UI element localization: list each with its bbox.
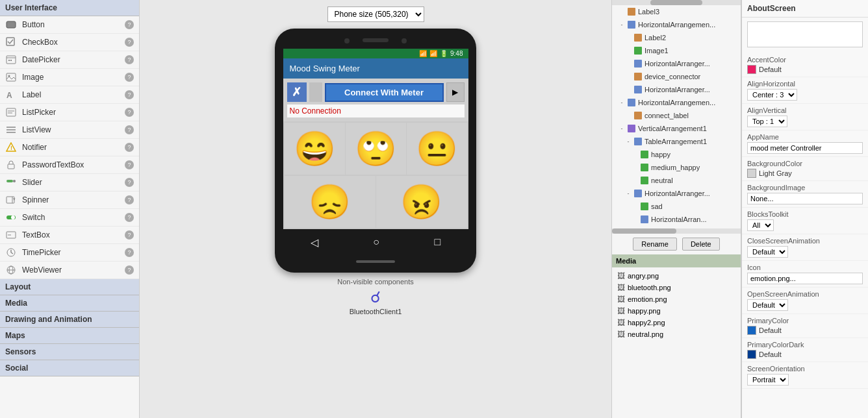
- sidebar-item-checkbox[interactable]: CheckBox ?: [0, 34, 139, 51]
- spinner-help[interactable]: ?: [125, 195, 134, 204]
- accent-color-label: AccentColor: [747, 56, 863, 64]
- sidebar-item-label[interactable]: A Label ?: [0, 86, 139, 104]
- about-screen-textarea-wrap: [742, 18, 868, 53]
- label-help[interactable]: ?: [125, 90, 134, 99]
- phone-size-select[interactable]: Phone size (505,320): [327, 6, 424, 22]
- media-item-bluetooth[interactable]: 🖼 bluetooth.png: [615, 282, 738, 293]
- svg-rect-43: [634, 138, 642, 145]
- neutral-emoji-cell[interactable]: 😐: [407, 123, 467, 175]
- tree-item-horizontal-arranger-5[interactable]: - HorizontalArranger...: [612, 187, 741, 200]
- sidebar-item-timepicker[interactable]: TimePicker ?: [0, 244, 139, 262]
- tree-item-horizontal-arranger-4[interactable]: - HorizontalArrangemen...: [612, 96, 741, 109]
- tree-item-horizontal-arranger-2[interactable]: HorizontalArranger...: [612, 57, 741, 70]
- close-screen-animation-select[interactable]: Default: [747, 246, 788, 258]
- recents-button[interactable]: □: [435, 236, 441, 248]
- button-help[interactable]: ?: [125, 20, 134, 29]
- notifier-help[interactable]: ?: [125, 143, 134, 152]
- tree-item-horizontal-arranger-1[interactable]: - HorizontalArrangemen...: [612, 18, 741, 31]
- primary-color-dark-value: Default: [759, 350, 782, 358]
- svg-rect-35: [634, 34, 642, 42]
- medium-happy-text: medium_happy: [651, 164, 700, 171]
- tree-item-vertical-arrangement[interactable]: - VerticalArrangement1: [612, 122, 741, 135]
- sidebar-item-spinner[interactable]: ▾ Spinner ?: [0, 191, 139, 209]
- tree-item-sad[interactable]: sad: [612, 200, 741, 213]
- sidebar-item-passwordtextbox[interactable]: PasswordTextBox ?: [0, 156, 139, 174]
- sidebar-item-slider[interactable]: Slider ?: [0, 174, 139, 191]
- tree-item-horizontal-arranger-6[interactable]: HorizontalArran...: [612, 213, 741, 226]
- media-item-happy[interactable]: 🖼 happy.png: [615, 305, 738, 317]
- background-image-input[interactable]: [747, 193, 863, 204]
- accent-color-swatch[interactable]: [747, 65, 756, 74]
- listpicker-help[interactable]: ?: [125, 108, 134, 117]
- tree-item-device-connector[interactable]: device_connector: [612, 70, 741, 83]
- sidebar-item-image[interactable]: Image ?: [0, 69, 139, 86]
- tree-item-horizontal-arranger-3[interactable]: HorizontalArranger...: [612, 83, 741, 96]
- media-item-happy2[interactable]: 🖼 happy2.png: [615, 317, 738, 328]
- app-name-input[interactable]: [747, 142, 863, 154]
- sidebar-item-listpicker[interactable]: ListPicker ?: [0, 104, 139, 121]
- tree-item-label2[interactable]: Label2: [612, 31, 741, 44]
- tree-item-happy[interactable]: happy: [612, 148, 741, 161]
- open-screen-animation-select[interactable]: Default: [747, 299, 788, 311]
- textbox-help[interactable]: ?: [125, 230, 134, 240]
- background-color-value: Light Gray: [759, 169, 792, 177]
- datepicker-help[interactable]: ?: [125, 55, 134, 64]
- tree-item-neutral[interactable]: neutral: [612, 174, 741, 187]
- media-item-angry[interactable]: 🖼 angry.png: [615, 270, 738, 282]
- align-horizontal-select[interactable]: Center : 3: [747, 89, 797, 101]
- image-help[interactable]: ?: [125, 73, 134, 82]
- ha3-icon: [633, 84, 643, 95]
- angry-emoji-cell[interactable]: 😠: [376, 176, 467, 228]
- layout-section-header[interactable]: Layout: [0, 279, 139, 295]
- webviewer-help[interactable]: ?: [125, 265, 134, 275]
- happy-emoji-cell[interactable]: 😄: [285, 123, 345, 175]
- tree-item-label3[interactable]: Label3: [612, 5, 741, 18]
- tree-hscroll-thumb[interactable]: [612, 228, 676, 234]
- tree-item-table-arrangement[interactable]: - TableArrangement1: [612, 135, 741, 148]
- media-item-neutral[interactable]: 🖼 neutral.png: [615, 328, 738, 340]
- primary-color-value: Default: [759, 326, 782, 334]
- blocks-toolkit-select[interactable]: All: [747, 219, 774, 231]
- timepicker-help[interactable]: ?: [125, 248, 134, 257]
- sidebar-item-datepicker[interactable]: DatePicker ?: [0, 51, 139, 69]
- svg-rect-5: [10, 60, 12, 61]
- passwordtextbox-help[interactable]: ?: [125, 160, 134, 169]
- screen-orientation-select[interactable]: Portrait: [747, 374, 789, 386]
- tree-item-image1[interactable]: Image1: [612, 44, 741, 57]
- sidebar-item-listview[interactable]: ListView ?: [0, 121, 139, 139]
- send-button[interactable]: ▶: [446, 82, 465, 102]
- background-color-swatch[interactable]: [747, 169, 756, 178]
- icon-input[interactable]: [747, 273, 863, 284]
- bluetooth-client-icon: ☌: [370, 288, 381, 306]
- listview-help[interactable]: ?: [125, 125, 134, 134]
- checkbox-help[interactable]: ?: [125, 38, 134, 47]
- primary-color-swatch[interactable]: [747, 326, 756, 335]
- media-item-emotion[interactable]: 🖼 emotion.png: [615, 293, 738, 305]
- social-section-header[interactable]: Social: [0, 360, 139, 376]
- back-button[interactable]: ◁: [311, 236, 318, 249]
- switch-help[interactable]: ?: [125, 213, 134, 222]
- media-section-header[interactable]: Media: [0, 295, 139, 312]
- tree-item-connect-label[interactable]: connect_label: [612, 109, 741, 122]
- va1-icon: [626, 123, 637, 134]
- connect-meter-button[interactable]: Connect With Meter: [325, 83, 444, 102]
- delete-button[interactable]: Delete: [682, 238, 720, 251]
- sidebar-item-button[interactable]: Button ?: [0, 16, 139, 34]
- sidebar-item-textbox[interactable]: TextBox ?: [0, 227, 139, 244]
- primary-color-dark-swatch[interactable]: [747, 350, 756, 359]
- rename-button[interactable]: Rename: [633, 238, 677, 251]
- medium-happy-emoji-cell[interactable]: 🙄: [346, 123, 406, 175]
- sidebar-item-switch[interactable]: Switch ?: [0, 209, 139, 227]
- tree-item-medium-happy[interactable]: medium_happy: [612, 161, 741, 174]
- sensors-section-header[interactable]: Sensors: [0, 344, 139, 360]
- tree-scrollbar-thumb[interactable]: [650, 0, 702, 5]
- maps-section-header[interactable]: Maps: [0, 328, 139, 344]
- align-vertical-select[interactable]: Top : 1: [747, 116, 787, 127]
- sad-emoji-cell[interactable]: 😞: [285, 176, 376, 228]
- drawing-section-header[interactable]: Drawing and Animation: [0, 312, 139, 328]
- sidebar-item-webviewer[interactable]: WebViewer ?: [0, 262, 139, 279]
- home-button[interactable]: ○: [373, 236, 379, 248]
- about-screen-textarea[interactable]: [747, 21, 863, 47]
- sidebar-item-notifier[interactable]: ! Notifier ?: [0, 139, 139, 156]
- slider-help[interactable]: ?: [125, 178, 134, 187]
